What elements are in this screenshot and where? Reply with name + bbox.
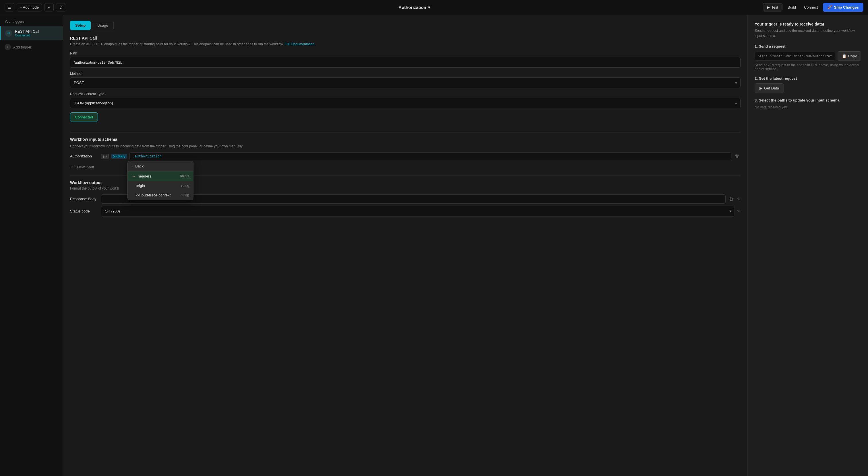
sidebar: Your triggers ⚙ REST API Call Connected … (0, 15, 63, 476)
url-input[interactable] (755, 52, 835, 61)
delete-response-button[interactable]: 🗑 (728, 195, 735, 203)
right-panel: Your trigger is ready to receive data! S… (747, 15, 868, 476)
tab-setup[interactable]: Setup (70, 21, 91, 30)
response-body-input[interactable] (101, 195, 725, 204)
new-input-button[interactable]: + + New Input (70, 163, 94, 171)
url-row: 📋 Copy (755, 51, 861, 61)
add-node-button[interactable]: + Add node (17, 3, 42, 11)
dropdown-item-x-cloud[interactable]: x-cloud-trace-context string (128, 191, 193, 200)
add-trigger-button[interactable]: + Add trigger (0, 41, 63, 53)
main-content: Setup Usage REST API Call Create an API … (63, 15, 868, 476)
schema-title: Workflow inputs schema (70, 137, 741, 142)
build-label: Build (787, 5, 796, 9)
back-label: Back (135, 164, 144, 168)
delete-authorization-button[interactable]: 🗑 (734, 152, 741, 160)
method-select-wrapper: POST (70, 77, 741, 88)
get-data-label: Get Data (764, 86, 779, 90)
tab-usage[interactable]: Usage (92, 21, 114, 30)
response-body-label: Response Body (70, 197, 99, 201)
content-type-select[interactable]: JSON (application/json) (70, 98, 741, 108)
edit-response-button[interactable]: ✎ (737, 197, 741, 201)
page-title: Authorization (398, 5, 426, 10)
rest-api-icon: ⚙ (5, 30, 12, 37)
sidebar-item-status: Connected (15, 34, 58, 37)
topbar-left: ☰ + Add node ✦ ⏱ (5, 3, 66, 11)
magic-icon: ✦ (48, 5, 51, 9)
section-desc: Create an API / HTTP endpoint as the tri… (70, 42, 741, 47)
copy-button[interactable]: 📋 Copy (838, 51, 861, 61)
topbar-right: ▶ Test Build Connect 🚀 Ship Changes (763, 3, 863, 12)
title-button[interactable]: Authorization ▾ (398, 5, 430, 10)
dropdown-origin-type: string (181, 183, 189, 188)
menu-button[interactable]: ☰ (5, 3, 14, 11)
connect-button[interactable]: Connect (801, 3, 820, 11)
ship-label: Ship Changes (834, 5, 859, 9)
dropdown-headers-type: object (180, 174, 189, 178)
copy-icon: 📋 (842, 54, 846, 58)
dropdown-item-x-cloud-left: x-cloud-trace-context (136, 193, 170, 197)
method-select[interactable]: POST (70, 77, 741, 88)
magic-button[interactable]: ✦ (44, 3, 54, 11)
dropdown-popup: ‹ Back → headers object origin (127, 161, 193, 200)
title-chevron-icon: ▾ (428, 5, 430, 10)
build-button[interactable]: Build (785, 3, 799, 11)
copy-label: Copy (848, 54, 857, 58)
connected-button[interactable]: Connected (70, 112, 98, 122)
authorization-path-value: .authorization (133, 154, 162, 158)
method-label: Method (70, 72, 741, 76)
test-button[interactable]: ▶ Test (763, 3, 782, 11)
dropdown-item-headers[interactable]: → headers object (128, 171, 193, 181)
connected-label: Connected (75, 115, 93, 119)
get-data-button[interactable]: ▶ Get Data (755, 83, 784, 93)
badge-x: (x) (101, 154, 109, 159)
content-area: Setup Usage REST API Call Create an API … (63, 15, 747, 476)
dropdown-item-origin[interactable]: origin string (128, 181, 193, 191)
path-label: Path (70, 51, 741, 55)
rocket-icon: 🚀 (828, 5, 832, 9)
dropdown-back-button[interactable]: ‹ Back (128, 161, 193, 171)
step2-title: 2. Get the latest request (755, 76, 861, 80)
test-label: Test (771, 5, 778, 9)
back-chevron-icon: ‹ (132, 164, 133, 168)
sidebar-item-rest-api[interactable]: ⚙ REST API Call Connected (0, 26, 63, 40)
authorization-path-input[interactable]: .authorization (129, 152, 732, 160)
tab-setup-label: Setup (75, 23, 86, 28)
play-icon: ▶ (767, 5, 770, 9)
dropdown-item-origin-left: origin (136, 183, 145, 188)
step1-title: 1. Send a request (755, 44, 861, 48)
authorization-label: Authorization (70, 154, 99, 158)
authorization-input-row: Authorization (x) (x) Body .authorizatio… (70, 152, 741, 160)
schema-desc: Connect your workflow inputs to incoming… (70, 144, 741, 149)
edit-status-button[interactable]: ✎ (737, 209, 741, 213)
no-data-text: No data received yet! (755, 105, 861, 109)
clock-button[interactable]: ⏱ (56, 3, 66, 11)
panel-desc: Send a request and use the received data… (755, 28, 861, 38)
dropdown-origin-name: origin (136, 183, 145, 188)
dropdown-x-cloud-type: string (181, 193, 189, 197)
doc-link[interactable]: Full Documentation. (285, 42, 315, 46)
step1-desc: Send an API request to the endpoint URL … (755, 63, 861, 71)
dropdown-x-cloud-name: x-cloud-trace-context (136, 193, 170, 197)
play-icon-2: ▶ (760, 86, 763, 90)
ship-changes-button[interactable]: 🚀 Ship Changes (823, 3, 863, 12)
badge-body[interactable]: (x) Body (111, 154, 127, 159)
section-desc-text: Create an API / HTTP endpoint as the tri… (70, 42, 284, 46)
arrow-right-icon: → (132, 174, 135, 178)
dropdown-item-headers-left: → headers (132, 174, 151, 178)
topbar: ☰ + Add node ✦ ⏱ Authorization ▾ ▶ Test … (0, 0, 868, 15)
schema-header: Workflow inputs schema (70, 137, 741, 142)
status-code-select-wrapper: OK (200) (101, 206, 735, 216)
menu-icon: ☰ (8, 5, 11, 9)
sidebar-section-title: Your triggers (0, 20, 63, 26)
dropdown-headers-name: headers (138, 174, 151, 178)
add-trigger-icon: + (5, 44, 11, 50)
step3-title: 3. Select the paths to update your input… (755, 98, 861, 102)
path-input[interactable] (70, 57, 741, 68)
topbar-center: Authorization ▾ (68, 5, 761, 10)
status-code-select[interactable]: OK (200) (101, 206, 735, 216)
divider-1 (70, 132, 741, 133)
status-code-label: Status code (70, 209, 99, 213)
connect-label: Connect (804, 5, 818, 9)
section-title: REST API Call (70, 36, 741, 40)
panel-title: Your trigger is ready to receive data! (755, 22, 861, 26)
